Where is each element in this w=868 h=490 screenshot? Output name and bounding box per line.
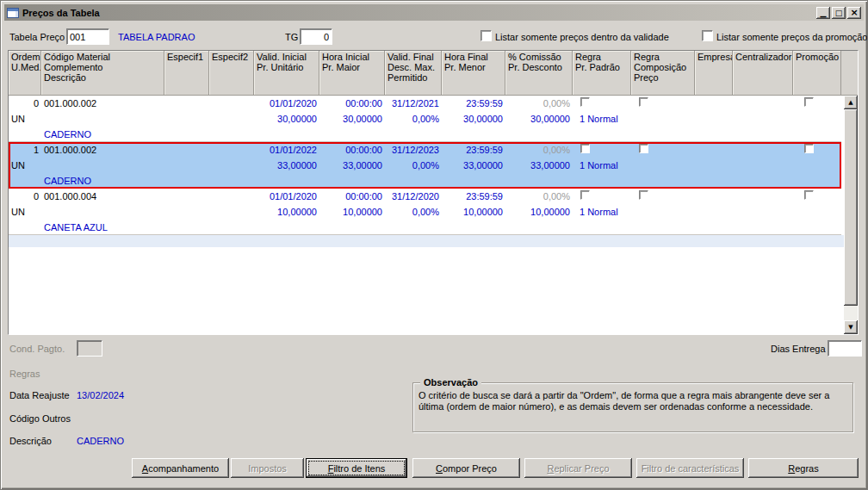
cell-valid-final: 31/12/2020	[385, 189, 442, 204]
cell-hora-final: 23:59:59	[442, 142, 505, 158]
grid-header-hora-inicial: Hora Inicial Pr. Maior	[319, 51, 385, 96]
scroll-down-button[interactable]: ▼	[844, 320, 858, 334]
cell-codigo: 001.000.002	[41, 96, 164, 111]
cell-ordem: 1	[9, 142, 41, 158]
cell-codigo: 001.000.004	[41, 189, 164, 204]
grid-header-hora-final: Hora Final Pr. Menor	[442, 51, 505, 96]
tabela-preco-label: Tabela Preço	[9, 32, 65, 42]
table-row[interactable]: 0 UN 001.000.004 CANETA AZUL 01/01/2020 …	[9, 189, 841, 235]
grid-header-valid-inicial: Valid. Inicial Pr. Unitário	[254, 51, 319, 96]
cell-valid-final: 31/12/2021	[385, 96, 442, 111]
promocao-checkbox[interactable]	[804, 97, 814, 107]
regra-padrao-checkbox[interactable]	[580, 190, 590, 200]
grid-header-codigo-material: Código Material Complemento Descrição	[41, 51, 164, 96]
grid-header-regra-composicao: Regra Composição Preço	[631, 51, 695, 96]
replicar-preco-button: Replicar Preço	[524, 458, 632, 478]
table-row[interactable]: 0 UN 001.000.002 CADERNO 01/01/2020 00:0…	[9, 96, 841, 142]
cell-regra: 1 Normal	[573, 204, 631, 220]
dias-entrega-input[interactable]	[828, 340, 862, 357]
regras-button[interactable]: Regras	[748, 458, 859, 478]
tabela-nome-text: TABELA PADRAO	[118, 32, 195, 42]
cell-descricao: CADERNO	[41, 173, 164, 189]
cell-pr-maior: 10,00000	[319, 204, 385, 220]
cell-pr-maior: 33,00000	[319, 158, 385, 173]
promocao-checkbox[interactable]	[804, 144, 814, 153]
grid-header-filler	[841, 51, 858, 96]
data-reajuste-value: 13/02/2024	[77, 390, 124, 400]
grid-body: 0 UN 001.000.002 CADERNO 01/01/2020 00:0…	[9, 96, 844, 334]
minimize-button[interactable]: ▁	[816, 7, 830, 19]
empty-row-stripe	[9, 235, 844, 247]
cell-hora-inicial: 00:00:00	[319, 142, 385, 158]
acompanhamento-button[interactable]: Acompanhamento	[132, 458, 229, 478]
cell-desc-max: 0,00%	[385, 204, 442, 220]
grid-header-valid-final: Valid. Final Desc. Max. Permitido	[385, 51, 442, 96]
observacao-text: O critério de busca se dará a partir da …	[413, 383, 852, 412]
grid-header-centralizadora: Centralizadora	[733, 51, 793, 96]
grid-header-ordem: Ordem U.Med.	[9, 51, 41, 96]
scroll-up-button[interactable]: ▲	[844, 96, 858, 109]
codigo-outros-label: Código Outros	[9, 413, 71, 424]
cell-pr-menor: 10,00000	[442, 204, 505, 220]
descricao-label: Descrição	[9, 436, 52, 446]
cell-desc-max: 0,00%	[385, 158, 442, 173]
cond-pagto-field	[77, 340, 102, 357]
cell-umed: UN	[9, 158, 41, 173]
cell-valid-final: 31/12/2023	[385, 142, 442, 158]
cell-umed: UN	[9, 111, 41, 127]
cell-desc-max: 0,00%	[385, 111, 442, 127]
promocao-checkbox[interactable]	[804, 190, 814, 200]
vertical-scrollbar[interactable]: ▲ ▼	[844, 96, 858, 334]
filtro-de-caracteristicas-button: Filtro de características	[636, 458, 744, 478]
cell-valid-inicial: 01/01/2022	[254, 142, 319, 158]
regra-composicao-checkbox[interactable]	[639, 97, 648, 107]
compor-preco-button[interactable]: Compor Preço	[412, 458, 520, 478]
window: Preços da Tabela ▁ □ × Tabela Preço TABE…	[0, 0, 868, 490]
cell-ordem: 0	[9, 189, 41, 204]
regras-label: Regras	[9, 369, 40, 379]
dias-entrega-label: Dias Entrega	[771, 344, 826, 354]
checkbox-listar-validade[interactable]	[480, 30, 492, 41]
cell-hora-inicial: 00:00:00	[319, 96, 385, 111]
grid-header: Ordem U.Med. Código Material Complemento…	[9, 51, 858, 96]
cell-pr-menor: 30,00000	[442, 111, 505, 127]
checkbox-listar-promocao-label: Listar somente preços da promoção	[716, 32, 867, 42]
cell-umed: UN	[9, 204, 41, 220]
cell-hora-final: 23:59:59	[442, 189, 505, 204]
grid-header-empresa: Empresa	[695, 51, 733, 96]
cell-valid-inicial: 01/01/2020	[254, 96, 319, 111]
observacao-groupbox: Observação O critério de busca se dará a…	[412, 382, 853, 432]
price-grid: Ordem U.Med. Código Material Complemento…	[8, 50, 859, 335]
table-row-selected[interactable]: 1 UN 001.000.002 CADERNO 01/01/2022 00:0…	[9, 142, 841, 189]
cell-comissao: 0,00%	[505, 96, 573, 111]
vertical-scrollbar-thumb[interactable]	[844, 109, 858, 306]
maximize-button[interactable]: □	[832, 7, 846, 19]
tg-input[interactable]	[300, 28, 332, 45]
cell-pr-unitario: 33,00000	[254, 158, 319, 173]
checkbox-listar-promocao[interactable]	[702, 30, 713, 41]
tg-label: TG	[285, 32, 298, 42]
cell-pr-menor: 33,00000	[442, 158, 505, 173]
regra-padrao-checkbox[interactable]	[580, 144, 590, 153]
cell-pr-unitario: 10,00000	[254, 204, 319, 220]
regra-padrao-checkbox[interactable]	[580, 97, 590, 107]
data-reajuste-label: Data Reajuste	[9, 390, 70, 400]
descricao-value: CADERNO	[77, 436, 124, 446]
cell-pr-desconto: 33,00000	[505, 158, 573, 173]
close-button[interactable]: ×	[847, 7, 861, 19]
filtro-de-itens-button[interactable]: Filtro de Itens	[306, 458, 407, 478]
titlebar[interactable]: Preços da Tabela ▁ □ ×	[4, 4, 864, 21]
regra-composicao-checkbox[interactable]	[639, 190, 648, 200]
cell-comissao: 0,00%	[505, 142, 573, 158]
cond-pagto-label: Cond. Pagto.	[9, 344, 65, 354]
cell-descricao: CANETA AZUL	[41, 220, 164, 235]
tabela-preco-input[interactable]	[66, 28, 109, 45]
grid-header-especif1: Especif1	[164, 51, 209, 96]
regra-composicao-checkbox[interactable]	[639, 144, 648, 153]
observacao-title: Observação	[420, 377, 481, 388]
cell-hora-final: 23:59:59	[442, 96, 505, 111]
app-icon	[7, 8, 19, 18]
impostos-button: Impostos	[231, 458, 304, 478]
grid-header-regra-padrao: Regra Pr. Padrão	[573, 51, 631, 96]
grid-header-comissao: % Comissão Pr. Desconto	[505, 51, 573, 96]
